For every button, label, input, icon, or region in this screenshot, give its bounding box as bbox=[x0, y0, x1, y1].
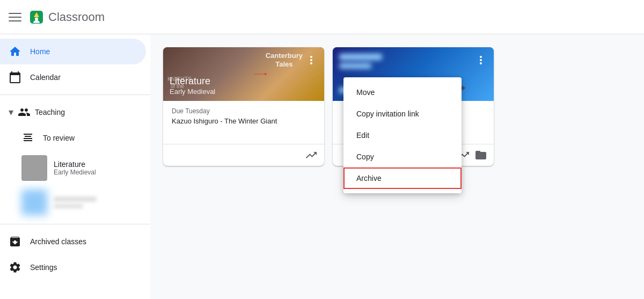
card-menu-button-1[interactable] bbox=[303, 52, 320, 69]
sidebar-item-calendar[interactable]: Calendar bbox=[0, 64, 146, 90]
folder-icon-2[interactable] bbox=[474, 149, 487, 162]
svg-marker-5 bbox=[265, 73, 268, 76]
app-logo: Classroom bbox=[30, 10, 105, 24]
home-icon bbox=[9, 45, 21, 58]
archived-icon bbox=[9, 235, 21, 248]
card-body-1: Due Tuesday Kazuo Ishiguro - The Winter … bbox=[163, 101, 324, 144]
blue-card-blurred-title bbox=[339, 54, 382, 69]
sidebar-teaching-label: Teaching bbox=[35, 108, 65, 116]
context-menu-move[interactable]: Move bbox=[343, 82, 462, 103]
context-menu-copy-link[interactable]: Copy invitation link bbox=[343, 103, 462, 125]
context-menu-archive[interactable]: Archive bbox=[343, 167, 462, 189]
svg-point-2 bbox=[36, 11, 37, 12]
sidebar-item-archived[interactable]: Archived classes bbox=[0, 229, 146, 254]
main-layout: Home Calendar ▾ Teaching To review bbox=[0, 34, 644, 299]
svg-point-3 bbox=[35, 17, 38, 20]
card-bg-text: CanterburyTales bbox=[266, 52, 303, 68]
literature-subtitle: Early Medieval bbox=[54, 169, 96, 176]
sidebar-item-blurred[interactable] bbox=[0, 185, 150, 220]
card-menu-button-2[interactable] bbox=[472, 52, 489, 69]
calendar-icon bbox=[9, 71, 21, 84]
trend-icon-1[interactable] bbox=[305, 149, 318, 162]
card-header-1: CanterburyTales KNIGHTS of the Literatur… bbox=[163, 47, 324, 101]
sidebar-divider-1 bbox=[0, 94, 150, 95]
literature-info: Literature Early Medieval bbox=[54, 160, 96, 176]
sidebar-item-home[interactable]: Home bbox=[0, 39, 146, 64]
card-header-content-1: Literature Early Medieval bbox=[163, 70, 324, 101]
sidebar-archived-label: Archived classes bbox=[30, 237, 86, 246]
context-menu-edit[interactable]: Edit bbox=[343, 125, 462, 146]
sidebar-settings-label: Settings bbox=[30, 263, 57, 272]
blurred-thumbnail bbox=[21, 189, 47, 215]
sidebar-item-settings[interactable]: Settings bbox=[0, 254, 146, 280]
sidebar-item-teaching[interactable]: ▾ Teaching bbox=[0, 99, 150, 125]
topbar: Classroom bbox=[0, 0, 644, 34]
sidebar-item-to-review[interactable]: To review bbox=[0, 125, 146, 151]
sidebar-item-literature[interactable]: Literature Early Medieval bbox=[0, 151, 150, 185]
card-due-1: Due Tuesday bbox=[172, 107, 316, 115]
sidebar-to-review-label: To review bbox=[43, 134, 75, 142]
expand-icon: ▾ bbox=[9, 106, 13, 118]
context-menu: Move Copy invitation link Edit Copy Arch… bbox=[343, 77, 462, 193]
menu-icon[interactable] bbox=[9, 11, 21, 24]
card-footer-1 bbox=[163, 144, 324, 166]
blurred-info bbox=[54, 196, 97, 208]
sidebar-calendar-label: Calendar bbox=[30, 73, 61, 82]
classroom-logo-icon bbox=[30, 11, 43, 24]
app-title: Classroom bbox=[48, 10, 105, 24]
literature-thumbnail bbox=[21, 155, 47, 181]
settings-icon bbox=[9, 261, 21, 274]
sidebar-home-label: Home bbox=[30, 47, 50, 56]
to-review-icon bbox=[21, 132, 34, 144]
literature-title: Literature bbox=[54, 160, 96, 169]
teaching-icon bbox=[18, 106, 31, 119]
class-card-literature: CanterburyTales KNIGHTS of the Literatur… bbox=[163, 47, 324, 166]
card-assignment-1: Kazuo Ishiguro - The Winter Giant bbox=[172, 117, 316, 125]
card-subtitle-1: Early Medieval bbox=[170, 87, 318, 96]
context-menu-copy[interactable]: Copy bbox=[343, 146, 462, 167]
sidebar: Home Calendar ▾ Teaching To review bbox=[0, 34, 150, 299]
main-content: CanterburyTales KNIGHTS of the Literatur… bbox=[150, 34, 644, 299]
red-arrow bbox=[254, 68, 267, 81]
card-title-1: Literature bbox=[170, 76, 318, 87]
sidebar-divider-2 bbox=[0, 224, 150, 224]
